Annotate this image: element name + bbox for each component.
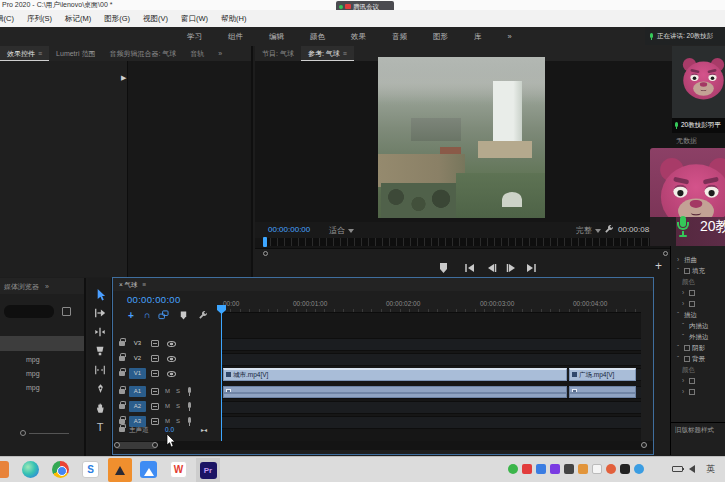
wps-office-icon[interactable]: W [170, 461, 187, 478]
sequence-tab[interactable]: × 气球 ≡ [113, 278, 653, 291]
thumbnail-size-slider[interactable] [20, 430, 70, 436]
track-sync-icon[interactable] [151, 355, 159, 362]
ripple-edit-tool[interactable] [93, 325, 107, 339]
tray-icon-red-round[interactable] [606, 464, 616, 474]
sogou-input-icon[interactable]: S [82, 461, 99, 478]
graphics-row[interactable]: ›扭曲 [671, 254, 725, 265]
graphics-row[interactable]: ˇ外描边 [671, 331, 725, 342]
workspace-tab-audio[interactable]: 音频 [379, 32, 420, 42]
go-to-in-button[interactable] [461, 261, 477, 275]
file-item[interactable]: mpg [26, 356, 40, 363]
graphics-row[interactable]: › [671, 375, 725, 386]
disclosure-icon[interactable]: › [682, 298, 689, 309]
orange-ship-app-icon[interactable] [108, 458, 132, 482]
disclosure-icon[interactable]: ˇ [677, 353, 684, 364]
zoom-level-select[interactable]: 适合 [329, 225, 354, 236]
lock-icon[interactable] [119, 404, 125, 409]
track-label[interactable]: A1 [129, 386, 146, 397]
disclosure-icon[interactable]: ˇ [682, 320, 689, 331]
disclosure-icon[interactable]: › [677, 254, 684, 265]
track-label[interactable]: V3 [129, 338, 146, 349]
workspace-tab-effects[interactable]: 效果 [338, 32, 379, 42]
lock-icon[interactable] [119, 427, 125, 432]
step-back-button[interactable] [483, 261, 499, 275]
track-sync-icon[interactable] [151, 388, 159, 395]
disclosure-icon[interactable]: › [682, 375, 689, 386]
track-label[interactable]: V1 [129, 368, 146, 379]
clip-city-audio[interactable] [223, 386, 567, 398]
input-method-indicator[interactable]: 英 [706, 463, 715, 476]
monitor-current-timecode[interactable]: 00:00:00:00 [268, 225, 310, 234]
track-sync-icon[interactable] [151, 403, 159, 410]
project-overflow-chevron[interactable]: » [43, 279, 51, 294]
snap-magnet-icon[interactable]: ∩ [141, 309, 153, 321]
slip-tool[interactable] [93, 363, 107, 377]
lane-a2[interactable] [222, 401, 641, 414]
tab-media-browser[interactable]: 媒体浏览器 [0, 279, 43, 294]
track-sync-icon[interactable] [151, 370, 159, 377]
disclosure-icon[interactable]: ˇ [682, 331, 689, 342]
step-forward-button[interactable] [503, 261, 519, 275]
lane-a3[interactable] [222, 416, 641, 429]
monitor-settings-wrench-icon[interactable] [604, 224, 614, 236]
checkbox-icon[interactable] [689, 301, 695, 307]
menu-clip[interactable]: 辑(C) [0, 14, 14, 24]
timeline-ruler[interactable]: 00:00 00:00:01:00 00:00:02:00 00:00:03:0… [221, 298, 641, 313]
track-select-forward-tool[interactable] [93, 306, 107, 320]
premiere-pro-icon[interactable]: Pr [196, 458, 220, 482]
lock-icon[interactable] [119, 389, 125, 394]
timeline-timecode[interactable]: 00:00:00:00 [127, 294, 181, 305]
graphics-row[interactable]: › [671, 287, 725, 298]
meeting-speaking-bar[interactable]: 正在讲话: 20教技彭 [645, 27, 725, 45]
checkbox-icon[interactable] [689, 389, 695, 395]
graphics-row[interactable]: › [671, 298, 725, 309]
graphics-row[interactable]: ˇ描边 [671, 309, 725, 320]
tray-icon-green[interactable] [508, 464, 518, 474]
lock-icon[interactable] [119, 341, 125, 346]
search-input[interactable] [4, 305, 54, 318]
workspace-tab-graphics[interactable]: 图形 [420, 32, 461, 42]
track-label[interactable]: V2 [129, 353, 146, 364]
workspace-overflow-chevron[interactable]: » [495, 32, 525, 41]
file-item[interactable]: mpg [26, 384, 40, 391]
pen-tool[interactable] [93, 382, 107, 396]
panel-menu-icon[interactable]: ≡ [38, 50, 42, 57]
tab-lumetri-scopes[interactable]: Lumetri 范围 [49, 46, 102, 61]
taskbar-app-partial-icon[interactable] [0, 461, 9, 478]
linked-selection-icon[interactable] [157, 309, 169, 321]
graphics-row[interactable]: ˇ背景 [671, 353, 725, 364]
tray-mic-icon[interactable] [620, 464, 630, 474]
menu-help[interactable]: 帮助(H) [221, 14, 246, 24]
eye-icon[interactable] [167, 341, 176, 347]
scrollbar-handle[interactable] [115, 442, 157, 449]
disclosure-icon[interactable]: ˇ [677, 265, 684, 276]
tab-audio-track[interactable]: 音轨 [183, 46, 211, 61]
scrubber-right-handle[interactable] [663, 251, 668, 256]
tab-effect-controls[interactable]: 效果控件≡ [0, 46, 49, 61]
menu-window[interactable]: 窗口(W) [181, 14, 208, 24]
selection-tool[interactable] [93, 287, 107, 301]
disclosure-icon[interactable]: ˇ [677, 342, 684, 353]
tab-reference-monitor[interactable]: 参考: 气球≡ [301, 46, 354, 61]
add-marker-timeline-icon[interactable] [177, 309, 189, 321]
disclosure-icon[interactable]: ˇ [677, 309, 684, 320]
zoom-handle-left[interactable] [114, 442, 120, 448]
disclosure-icon[interactable]: › [682, 386, 689, 397]
master-level-value[interactable]: 0.0 [165, 426, 174, 433]
tray-icon-swirl[interactable] [634, 464, 644, 474]
menu-sequence[interactable]: 序列(S) [27, 14, 52, 24]
button-editor-plus-icon[interactable]: + [655, 259, 662, 273]
graphics-row[interactable]: ˇ内描边 [671, 320, 725, 331]
battery-icon[interactable] [672, 466, 683, 472]
mic-icon[interactable] [187, 402, 192, 411]
monitor-scrubber[interactable] [263, 238, 667, 246]
file-item[interactable]: mpg [26, 370, 40, 377]
playback-resolution-select[interactable]: 完整 [576, 225, 601, 236]
graphics-row[interactable]: ˇ填充 [671, 265, 725, 276]
menu-view[interactable]: 视图(V) [143, 14, 168, 24]
eye-icon[interactable] [167, 371, 176, 377]
lane-v2[interactable] [222, 353, 641, 366]
scrubber-left-handle[interactable] [263, 251, 268, 256]
tray-icon-white[interactable] [592, 464, 602, 474]
checkbox-icon[interactable] [684, 356, 690, 362]
